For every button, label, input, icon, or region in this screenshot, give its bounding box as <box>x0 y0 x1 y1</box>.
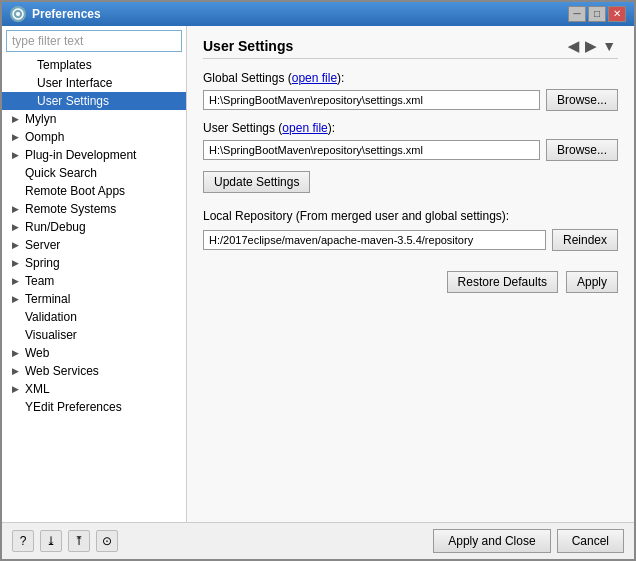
filter-input[interactable] <box>6 30 182 52</box>
page-title: User Settings <box>203 38 293 54</box>
global-file-row: Browse... <box>203 89 618 111</box>
arrow-icon: ▶ <box>12 204 22 214</box>
sidebar-item-web[interactable]: ▶ Web <box>2 344 186 362</box>
arrow-icon: ▶ <box>12 222 22 232</box>
user-file-row: Browse... <box>203 139 618 161</box>
footer-buttons: Apply and Close Cancel <box>433 529 624 553</box>
arrow-icon: ▶ <box>12 258 22 268</box>
window-title: Preferences <box>32 7 101 21</box>
sidebar-item-yedit[interactable]: YEdit Preferences <box>2 398 186 416</box>
user-settings-label: User Settings (open file): <box>203 121 618 135</box>
nav-arrows: ◀ ▶ ▼ <box>566 38 618 54</box>
sidebar-label: Oomph <box>25 130 64 144</box>
sidebar-item-run-debug[interactable]: ▶ Run/Debug <box>2 218 186 236</box>
title-bar-controls: ─ □ ✕ <box>568 6 626 22</box>
update-settings-button[interactable]: Update Settings <box>203 171 310 193</box>
arrow-icon: ▶ <box>12 132 22 142</box>
sidebar-label: Remote Systems <box>25 202 116 216</box>
global-settings-label: Global Settings (open file): <box>203 71 618 85</box>
sidebar-label: Web <box>25 346 49 360</box>
maximize-button[interactable]: □ <box>588 6 606 22</box>
minimize-button[interactable]: ─ <box>568 6 586 22</box>
sidebar-label: Visualiser <box>25 328 77 342</box>
sidebar-item-web-services[interactable]: ▶ Web Services <box>2 362 186 380</box>
local-repo-input[interactable] <box>203 230 546 250</box>
arrow-icon: ▶ <box>12 366 22 376</box>
sidebar-item-xml[interactable]: ▶ XML <box>2 380 186 398</box>
reindex-button[interactable]: Reindex <box>552 229 618 251</box>
sidebar-label: Web Services <box>25 364 99 378</box>
svg-point-1 <box>16 12 20 16</box>
sidebar-label: Mylyn <box>25 112 56 126</box>
cancel-button[interactable]: Cancel <box>557 529 624 553</box>
arrow-icon: ▶ <box>12 294 22 304</box>
arrow-icon: ▶ <box>12 384 22 394</box>
sidebar-item-visualiser[interactable]: Visualiser <box>2 326 186 344</box>
update-btn-row: Update Settings <box>203 171 618 193</box>
back-arrow-icon[interactable]: ◀ <box>566 38 581 54</box>
sidebar-label: User Settings <box>37 94 109 108</box>
forward-arrow-icon[interactable]: ▶ <box>583 38 598 54</box>
action-buttons-row: Restore Defaults Apply <box>203 271 618 293</box>
title-bar: Preferences ─ □ ✕ <box>2 2 634 26</box>
arrow-icon: ▶ <box>12 276 22 286</box>
sidebar-item-plugin-dev[interactable]: ▶ Plug-in Development <box>2 146 186 164</box>
sidebar-label: YEdit Preferences <box>25 400 122 414</box>
sidebar-label: XML <box>25 382 50 396</box>
sidebar-label: Plug-in Development <box>25 148 136 162</box>
sidebar-label: Run/Debug <box>25 220 86 234</box>
sidebar-label: Team <box>25 274 54 288</box>
title-bar-left: Preferences <box>10 6 101 22</box>
sidebar-item-remote-systems[interactable]: ▶ Remote Systems <box>2 200 186 218</box>
export-button[interactable]: ⤒ <box>68 530 90 552</box>
apply-and-close-button[interactable]: Apply and Close <box>433 529 550 553</box>
main-title-bar: User Settings ◀ ▶ ▼ <box>203 38 618 59</box>
sidebar-item-server[interactable]: ▶ Server <box>2 236 186 254</box>
dropdown-arrow-icon[interactable]: ▼ <box>600 38 618 54</box>
sidebar-item-spring[interactable]: ▶ Spring <box>2 254 186 272</box>
sidebar-label: Spring <box>25 256 60 270</box>
local-repo-label: Local Repository (From merged user and g… <box>203 209 618 223</box>
sidebar-item-remote-boot-apps[interactable]: Remote Boot Apps <box>2 182 186 200</box>
sidebar-label: User Interface <box>37 76 112 90</box>
main-panel: User Settings ◀ ▶ ▼ Global Settings (ope… <box>187 26 634 522</box>
sidebar-label: Server <box>25 238 60 252</box>
settings-button[interactable]: ⊙ <box>96 530 118 552</box>
local-repo-row: Reindex <box>203 229 618 251</box>
global-browse-button[interactable]: Browse... <box>546 89 618 111</box>
sidebar-label: Templates <box>37 58 92 72</box>
sidebar-label: Terminal <box>25 292 70 306</box>
restore-defaults-button[interactable]: Restore Defaults <box>447 271 558 293</box>
sidebar-label: Quick Search <box>25 166 97 180</box>
arrow-icon: ▶ <box>12 348 22 358</box>
window-icon <box>10 6 26 22</box>
apply-button[interactable]: Apply <box>566 271 618 293</box>
arrow-icon: ▶ <box>12 114 22 124</box>
sidebar-item-terminal[interactable]: ▶ Terminal <box>2 290 186 308</box>
arrow-icon: ▶ <box>12 240 22 250</box>
close-button[interactable]: ✕ <box>608 6 626 22</box>
user-open-file-link[interactable]: open file <box>282 121 327 135</box>
sidebar: Templates User Interface User Settings ▶… <box>2 26 187 522</box>
help-button[interactable]: ? <box>12 530 34 552</box>
user-file-input[interactable] <box>203 140 540 160</box>
global-open-file-link[interactable]: open file <box>292 71 337 85</box>
content-area: Templates User Interface User Settings ▶… <box>2 26 634 522</box>
sidebar-item-validation[interactable]: Validation <box>2 308 186 326</box>
arrow-icon: ▶ <box>12 150 22 160</box>
sidebar-item-oomph[interactable]: ▶ Oomph <box>2 128 186 146</box>
sidebar-tree: Templates User Interface User Settings ▶… <box>2 56 186 522</box>
user-browse-button[interactable]: Browse... <box>546 139 618 161</box>
sidebar-item-mylyn[interactable]: ▶ Mylyn <box>2 110 186 128</box>
sidebar-item-user-settings[interactable]: User Settings <box>2 92 186 110</box>
import-button[interactable]: ⤓ <box>40 530 62 552</box>
sidebar-item-quick-search[interactable]: Quick Search <box>2 164 186 182</box>
preferences-window: Preferences ─ □ ✕ Templates User Interfa… <box>0 0 636 561</box>
sidebar-item-templates[interactable]: Templates <box>2 56 186 74</box>
sidebar-item-team[interactable]: ▶ Team <box>2 272 186 290</box>
sidebar-item-user-interface[interactable]: User Interface <box>2 74 186 92</box>
sidebar-label: Remote Boot Apps <box>25 184 125 198</box>
sidebar-label: Validation <box>25 310 77 324</box>
bottom-bar: ? ⤓ ⤒ ⊙ Apply and Close Cancel <box>2 522 634 559</box>
global-file-input[interactable] <box>203 90 540 110</box>
